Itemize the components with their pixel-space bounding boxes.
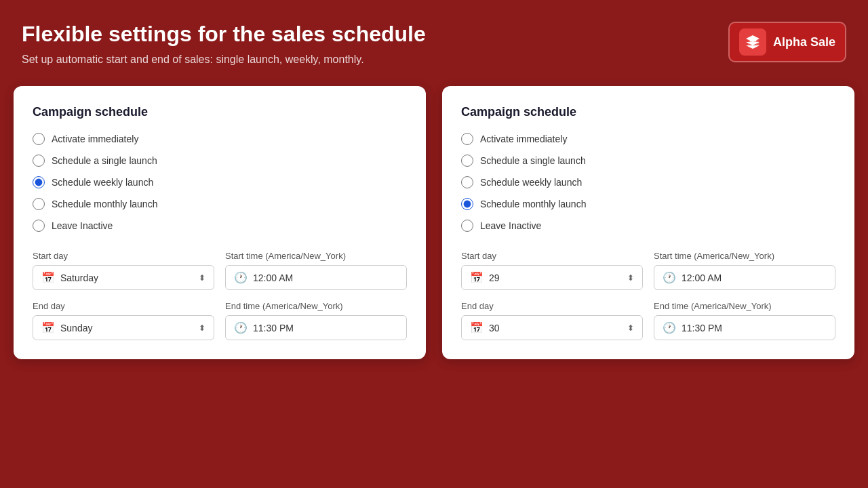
calendar-icon-end-right: 📅 bbox=[470, 321, 484, 334]
page-title: Flexible settings for the sales schedule bbox=[22, 22, 426, 47]
clock-icon-end-right: 🕐 bbox=[663, 321, 676, 334]
start-time-label-right: Start time (America/New_York) bbox=[654, 251, 835, 261]
end-day-label-right: End day bbox=[461, 301, 643, 311]
end-time-value-left: 11:30 PM bbox=[253, 323, 398, 333]
radio-item-single-launch-left[interactable]: Schedule a single launch bbox=[33, 155, 407, 167]
page-subtitle: Set up automatic start and end of sales:… bbox=[22, 54, 426, 66]
clock-icon-end-left: 🕐 bbox=[234, 321, 248, 334]
card-left: Campaign schedule Activate immediately S… bbox=[14, 86, 426, 359]
radio-activate-immediately-right[interactable] bbox=[461, 133, 473, 145]
calendar-icon-start-left: 📅 bbox=[41, 271, 55, 284]
radio-label-activate-immediately-right: Activate immediately bbox=[480, 134, 567, 144]
start-time-display-left: 🕐 12:00 AM bbox=[225, 265, 407, 290]
radio-weekly-launch-right[interactable] bbox=[461, 176, 473, 188]
radio-single-launch-right[interactable] bbox=[461, 155, 473, 167]
end-time-label-left: End time (America/New_York) bbox=[225, 301, 407, 311]
radio-item-single-launch-right[interactable]: Schedule a single launch bbox=[461, 155, 835, 167]
start-time-group-right: Start time (America/New_York) 🕐 12:00 AM bbox=[654, 251, 835, 290]
radio-monthly-launch-left[interactable] bbox=[33, 198, 45, 210]
radio-leave-inactive-right[interactable] bbox=[461, 220, 473, 232]
radio-item-weekly-launch-left[interactable]: Schedule weekly launch bbox=[33, 176, 407, 188]
radio-label-monthly-launch-left: Schedule monthly launch bbox=[52, 199, 157, 209]
radio-item-monthly-launch-right[interactable]: Schedule monthly launch bbox=[461, 198, 835, 210]
end-time-group-right: End time (America/New_York) 🕐 11:30 PM bbox=[654, 301, 835, 340]
radio-item-activate-immediately-left[interactable]: Activate immediately bbox=[33, 133, 407, 145]
calendar-icon-end-left: 📅 bbox=[41, 321, 55, 334]
clock-icon-start-left: 🕐 bbox=[234, 271, 248, 284]
radio-label-leave-inactive-left: Leave Inactive bbox=[52, 220, 113, 231]
fields-grid-right: Start day 📅 29 12345 283031 ⬍ Start time… bbox=[461, 251, 835, 340]
radio-group-right: Activate immediately Schedule a single l… bbox=[461, 133, 835, 232]
radio-label-weekly-launch-right: Schedule weekly launch bbox=[480, 177, 582, 188]
brand-name: Alpha Sale bbox=[773, 35, 835, 49]
end-day-input-right[interactable]: 📅 30 122931 ⬍ bbox=[461, 315, 643, 340]
radio-leave-inactive-left[interactable] bbox=[33, 220, 45, 232]
start-time-value-left: 12:00 AM bbox=[253, 272, 398, 283]
start-day-input-right[interactable]: 📅 29 12345 283031 ⬍ bbox=[461, 265, 643, 290]
end-time-display-right: 🕐 11:30 PM bbox=[654, 315, 835, 340]
chevron-down-icon-end-day-right: ⬍ bbox=[627, 323, 634, 333]
start-day-select-right[interactable]: 29 12345 283031 bbox=[489, 272, 622, 283]
start-time-group-left: Start time (America/New_York) 🕐 12:00 AM bbox=[225, 251, 407, 290]
fields-grid-left: Start day 📅 Saturday Sunday Monday Tuesd… bbox=[33, 251, 407, 340]
radio-label-monthly-launch-right: Schedule monthly launch bbox=[480, 199, 586, 209]
radio-label-activate-immediately-left: Activate immediately bbox=[52, 134, 138, 144]
chevron-down-icon-start-day-left: ⬍ bbox=[199, 273, 205, 283]
radio-group-left: Activate immediately Schedule a single l… bbox=[33, 133, 407, 232]
chevron-down-icon-start-day-right: ⬍ bbox=[627, 273, 634, 283]
radio-item-activate-immediately-right[interactable]: Activate immediately bbox=[461, 133, 835, 145]
radio-label-single-launch-right: Schedule a single launch bbox=[480, 155, 586, 166]
end-time-value-right: 11:30 PM bbox=[682, 323, 827, 333]
end-time-group-left: End time (America/New_York) 🕐 11:30 PM bbox=[225, 301, 407, 340]
radio-label-leave-inactive-right: Leave Inactive bbox=[480, 220, 541, 231]
start-day-label-left: Start day bbox=[33, 251, 214, 261]
chevron-down-icon-end-day-left: ⬍ bbox=[199, 323, 205, 333]
cards-container: Campaign schedule Activate immediately S… bbox=[0, 86, 868, 359]
radio-item-monthly-launch-left[interactable]: Schedule monthly launch bbox=[33, 198, 407, 210]
card-left-title: Campaign schedule bbox=[33, 105, 407, 119]
radio-item-leave-inactive-right[interactable]: Leave Inactive bbox=[461, 220, 835, 232]
calendar-icon-start-right: 📅 bbox=[470, 271, 484, 284]
radio-single-launch-left[interactable] bbox=[33, 155, 45, 167]
start-day-label-right: Start day bbox=[461, 251, 643, 261]
radio-item-leave-inactive-left[interactable]: Leave Inactive bbox=[33, 220, 407, 232]
end-day-group-right: End day 📅 30 122931 ⬍ bbox=[461, 301, 643, 340]
radio-item-weekly-launch-right[interactable]: Schedule weekly launch bbox=[461, 176, 835, 188]
start-day-group-left: Start day 📅 Saturday Sunday Monday Tuesd… bbox=[33, 251, 214, 290]
start-day-group-right: Start day 📅 29 12345 283031 ⬍ bbox=[461, 251, 643, 290]
end-day-label-left: End day bbox=[33, 301, 214, 311]
svg-text:%: % bbox=[750, 38, 756, 45]
clock-icon-start-right: 🕐 bbox=[663, 271, 676, 284]
brand-icon: % bbox=[739, 28, 766, 56]
brand-badge: % Alpha Sale bbox=[728, 22, 846, 62]
radio-label-single-launch-left: Schedule a single launch bbox=[52, 155, 157, 166]
header: Flexible settings for the sales schedule… bbox=[0, 0, 868, 79]
end-day-input-left[interactable]: 📅 Sunday Saturday Monday Tuesday Wednesd… bbox=[33, 315, 214, 340]
start-time-label-left: Start time (America/New_York) bbox=[225, 251, 407, 261]
radio-label-weekly-launch-left: Schedule weekly launch bbox=[52, 177, 153, 188]
radio-activate-immediately-left[interactable] bbox=[33, 133, 45, 145]
start-time-display-right: 🕐 12:00 AM bbox=[654, 265, 835, 290]
radio-weekly-launch-left[interactable] bbox=[33, 176, 45, 188]
end-day-select-right[interactable]: 30 122931 bbox=[489, 323, 622, 333]
start-day-input-left[interactable]: 📅 Saturday Sunday Monday Tuesday Wednesd… bbox=[33, 265, 214, 290]
card-right-title: Campaign schedule bbox=[461, 105, 835, 119]
start-time-value-right: 12:00 AM bbox=[682, 272, 827, 283]
end-day-select-left[interactable]: Sunday Saturday Monday Tuesday Wednesday… bbox=[60, 323, 193, 333]
end-time-label-right: End time (America/New_York) bbox=[654, 301, 835, 311]
end-time-display-left: 🕐 11:30 PM bbox=[225, 315, 407, 340]
card-right: Campaign schedule Activate immediately S… bbox=[442, 86, 854, 359]
radio-monthly-launch-right[interactable] bbox=[461, 198, 473, 210]
header-text: Flexible settings for the sales schedule… bbox=[22, 22, 426, 66]
start-day-select-left[interactable]: Saturday Sunday Monday Tuesday Wednesday… bbox=[60, 272, 193, 283]
end-day-group-left: End day 📅 Sunday Saturday Monday Tuesday… bbox=[33, 301, 214, 340]
